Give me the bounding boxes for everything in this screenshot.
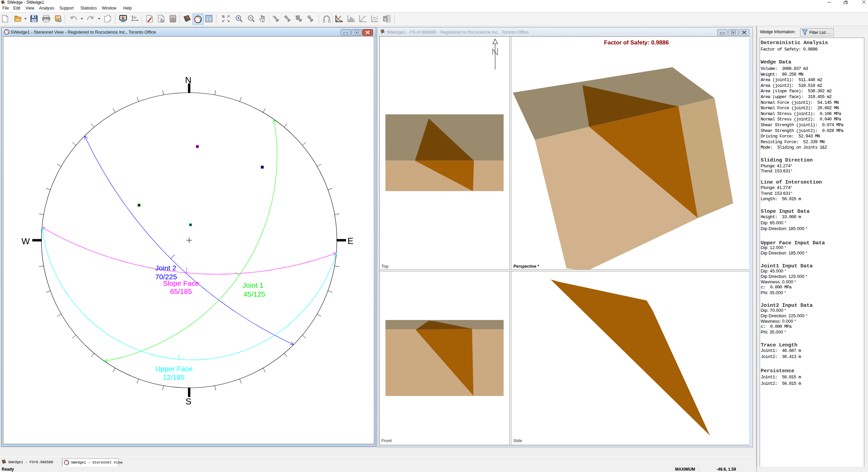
- svg-text:E: E: [347, 236, 353, 246]
- svg-text:N: N: [185, 75, 192, 85]
- svg-text:x: x: [384, 16, 386, 21]
- svg-text:12/185: 12/185: [163, 373, 184, 381]
- svg-text:45/125: 45/125: [243, 290, 265, 298]
- svg-text:Joint 1: Joint 1: [242, 281, 264, 289]
- svg-text:Upper Face: Upper Face: [155, 365, 193, 373]
- svg-text:65/185: 65/185: [170, 287, 192, 295]
- svg-text:@: @: [58, 19, 61, 22]
- svg-text:Joint 2: Joint 2: [155, 264, 176, 272]
- svg-text:W: W: [21, 236, 30, 246]
- svg-text:S: S: [185, 396, 191, 407]
- svg-text:Slope Face: Slope Face: [163, 279, 199, 287]
